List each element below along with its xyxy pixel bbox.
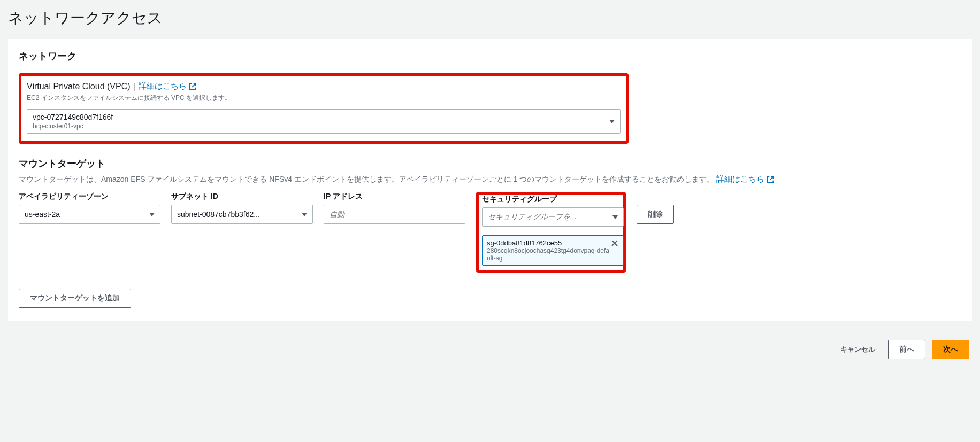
cancel-button[interactable]: キャンセル xyxy=(834,342,882,358)
network-section-title: ネットワーク xyxy=(19,50,961,63)
mount-section-title: マウントターゲット xyxy=(19,157,961,170)
vpc-helper-text: EC2 インスタンスをファイルシステムに接続する VPC を選択します。 xyxy=(27,94,621,103)
sg-token: sg-0ddba81d81762ce55 280scqkn8ocjoochasq… xyxy=(482,235,624,266)
ip-input[interactable] xyxy=(324,205,465,224)
az-header: アベイラビリティーゾーン xyxy=(19,192,160,201)
mount-learn-more-link[interactable]: 詳細はこちら xyxy=(716,174,774,184)
footer-bar: キャンセル 前へ 次へ xyxy=(0,331,980,370)
close-icon[interactable] xyxy=(610,239,619,247)
sg-token-name: 280scqkn8ocjoochasq423tg4donvpaq-default… xyxy=(487,247,610,262)
vpc-learn-more-text: 詳細はこちら xyxy=(139,81,187,91)
ip-header: IP アドレス xyxy=(324,192,465,201)
subnet-select[interactable]: subnet-0087cb7bb3f62... xyxy=(171,205,313,224)
vpc-selected-id: vpc-0727149c80d7f166f xyxy=(33,113,113,121)
page-title: ネットワークアクセス xyxy=(8,8,972,28)
mount-target-row: アベイラビリティーゾーン us-east-2a サブネット ID subnet-… xyxy=(19,192,961,273)
network-panel: ネットワーク Virtual Private Cloud (VPC) | 詳細は… xyxy=(8,39,972,321)
mount-learn-more-text: 詳細はこちら xyxy=(716,174,764,184)
external-link-icon xyxy=(189,83,196,90)
subnet-value: subnet-0087cb7bb3f62... xyxy=(177,210,260,219)
sg-select[interactable]: セキュリティグループを... xyxy=(482,207,624,227)
caret-down-icon xyxy=(149,213,155,216)
delete-button[interactable]: 削除 xyxy=(637,205,674,224)
az-value: us-east-2a xyxy=(25,210,60,219)
vpc-select[interactable]: vpc-0727149c80d7f166f hcp-cluster01-vpc xyxy=(27,109,621,134)
add-mount-target-button[interactable]: マウントターゲットを追加 xyxy=(19,289,131,308)
az-select[interactable]: us-east-2a xyxy=(19,205,160,224)
prev-button[interactable]: 前へ xyxy=(888,340,925,359)
external-link-icon xyxy=(767,176,774,183)
caret-down-icon xyxy=(302,213,307,216)
subnet-header: サブネット ID xyxy=(171,192,313,201)
sg-header: セキュリティグループ xyxy=(482,195,624,204)
sg-highlight-region: セキュリティグループ セキュリティグループを... sg-0ddba81d817… xyxy=(476,192,626,273)
next-button[interactable]: 次へ xyxy=(932,340,969,359)
vpc-learn-more-link[interactable]: 詳細はこちら xyxy=(139,81,196,91)
caret-down-icon xyxy=(612,215,618,219)
vpc-highlight-region: Virtual Private Cloud (VPC) | 詳細はこちら EC2… xyxy=(19,73,629,144)
sg-token-id: sg-0ddba81d81762ce55 xyxy=(487,239,610,247)
mount-description: マウントターゲットは、Amazon EFS ファイルシステムをマウントできる N… xyxy=(19,174,961,184)
caret-down-icon xyxy=(609,120,615,123)
vpc-selected-name: hcp-cluster01-vpc xyxy=(33,122,113,130)
sg-placeholder: セキュリティグループを... xyxy=(488,212,577,222)
vpc-divider: | xyxy=(134,82,136,91)
vpc-label: Virtual Private Cloud (VPC) xyxy=(27,82,131,91)
mount-description-text: マウントターゲットは、Amazon EFS ファイルシステムをマウントできる N… xyxy=(19,175,715,183)
